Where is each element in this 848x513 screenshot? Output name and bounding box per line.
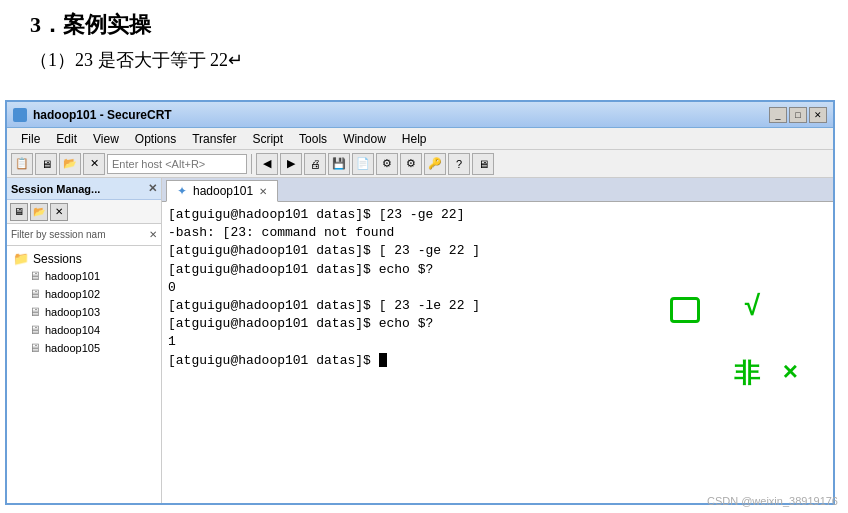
host-icon-3: 🖥 bbox=[29, 305, 41, 319]
tab-active-icon: ✦ bbox=[177, 184, 187, 198]
sidebar-btn-2[interactable]: 📂 bbox=[30, 203, 48, 221]
toolbar: 📋 🖥 📂 ✕ ◀ ▶ 🖨 💾 📄 ⚙ ⚙ 🔑 ? 🖥 bbox=[7, 150, 833, 178]
terminal-line-5: 0 bbox=[168, 279, 827, 297]
host-icon-5: 🖥 bbox=[29, 341, 41, 355]
sidebar-item-label-2: hadoop102 bbox=[45, 288, 100, 300]
session-tree: 📁 Sessions 🖥 hadoop101 🖥 hadoop102 🖥 had… bbox=[7, 246, 161, 503]
sidebar-toolbar: 🖥 📂 ✕ bbox=[7, 200, 161, 224]
toolbar-btn-11[interactable]: ⚙ bbox=[400, 153, 422, 175]
toolbar-btn-6[interactable]: ▶ bbox=[280, 153, 302, 175]
maximize-button[interactable]: □ bbox=[789, 107, 807, 123]
terminal-section: ✦ hadoop101 ✕ [atguigu@hadoop101 datas]$… bbox=[162, 178, 833, 503]
close-button[interactable]: ✕ bbox=[809, 107, 827, 123]
filter-label: Filter by session nam bbox=[11, 229, 105, 240]
tab-hadoop101[interactable]: ✦ hadoop101 ✕ bbox=[166, 180, 278, 202]
tab-label-1: hadoop101 bbox=[193, 184, 253, 198]
terminal-line-1: [atguigu@hadoop101 datas]$ [23 -ge 22] bbox=[168, 206, 827, 224]
terminal-output[interactable]: [atguigu@hadoop101 datas]$ [23 -ge 22] -… bbox=[162, 202, 833, 503]
menu-transfer[interactable]: Transfer bbox=[184, 130, 244, 148]
app-icon bbox=[13, 108, 27, 122]
sessions-label: Sessions bbox=[33, 252, 82, 266]
toolbar-btn-10[interactable]: ⚙ bbox=[376, 153, 398, 175]
terminal-line-7: [atguigu@hadoop101 datas]$ echo $? bbox=[168, 315, 827, 333]
sidebar-item-label-5: hadoop105 bbox=[45, 342, 100, 354]
toolbar-btn-8[interactable]: 💾 bbox=[328, 153, 350, 175]
toolbar-btn-3[interactable]: 📂 bbox=[59, 153, 81, 175]
sidebar-header: Session Manag... ✕ bbox=[7, 178, 161, 200]
host-icon-1: 🖥 bbox=[29, 269, 41, 283]
terminal-line-8: 1 bbox=[168, 333, 827, 351]
toolbar-btn-1[interactable]: 📋 bbox=[11, 153, 33, 175]
sidebar-item-label-4: hadoop104 bbox=[45, 324, 100, 336]
main-content: Session Manag... ✕ 🖥 📂 ✕ Filter by sessi… bbox=[7, 178, 833, 503]
host-input[interactable] bbox=[107, 154, 247, 174]
menu-edit[interactable]: Edit bbox=[48, 130, 85, 148]
toolbar-btn-2[interactable]: 🖥 bbox=[35, 153, 57, 175]
window-title: hadoop101 - SecureCRT bbox=[33, 108, 769, 122]
toolbar-btn-5[interactable]: ◀ bbox=[256, 153, 278, 175]
minimize-button[interactable]: _ bbox=[769, 107, 787, 123]
menu-bar: File Edit View Options Transfer Script T… bbox=[7, 128, 833, 150]
sidebar-item-hadoop102[interactable]: 🖥 hadoop102 bbox=[7, 285, 161, 303]
sidebar-item-hadoop104[interactable]: 🖥 hadoop104 bbox=[7, 321, 161, 339]
terminal-cursor bbox=[379, 353, 387, 367]
window-controls: _ □ ✕ bbox=[769, 107, 827, 123]
host-icon-4: 🖥 bbox=[29, 323, 41, 337]
toolbar-btn-12[interactable]: 🔑 bbox=[424, 153, 446, 175]
menu-file[interactable]: File bbox=[13, 130, 48, 148]
sidebar-title: Session Manag... bbox=[11, 183, 100, 195]
sessions-folder[interactable]: 📁 Sessions bbox=[7, 250, 161, 267]
sidebar-close-button[interactable]: ✕ bbox=[148, 182, 157, 195]
watermark: CSDN @weixin_38919176 bbox=[707, 495, 838, 507]
menu-tools[interactable]: Tools bbox=[291, 130, 335, 148]
menu-window[interactable]: Window bbox=[335, 130, 394, 148]
toolbar-btn-13[interactable]: ? bbox=[448, 153, 470, 175]
host-icon-2: 🖥 bbox=[29, 287, 41, 301]
session-manager-sidebar: Session Manag... ✕ 🖥 📂 ✕ Filter by sessi… bbox=[7, 178, 162, 503]
folder-icon: 📁 bbox=[13, 251, 29, 266]
menu-help[interactable]: Help bbox=[394, 130, 435, 148]
sidebar-item-hadoop103[interactable]: 🖥 hadoop103 bbox=[7, 303, 161, 321]
tab-bar: ✦ hadoop101 ✕ bbox=[162, 178, 833, 202]
terminal-line-4: [atguigu@hadoop101 datas]$ echo $? bbox=[168, 261, 827, 279]
terminal-line-9: [atguigu@hadoop101 datas]$ bbox=[168, 352, 827, 370]
sidebar-btn-3[interactable]: ✕ bbox=[50, 203, 68, 221]
top-area: 3．案例实操 （1）23 是否大于等于 22↵ bbox=[0, 0, 848, 80]
securecrt-window: hadoop101 - SecureCRT _ □ ✕ File Edit Vi… bbox=[5, 100, 835, 505]
terminal-line-3: [atguigu@hadoop101 datas]$ [ 23 -ge 22 ] bbox=[168, 242, 827, 260]
menu-view[interactable]: View bbox=[85, 130, 127, 148]
sidebar-item-hadoop105[interactable]: 🖥 hadoop105 bbox=[7, 339, 161, 357]
terminal-line-2: -bash: [23: command not found bbox=[168, 224, 827, 242]
toolbar-btn-7[interactable]: 🖨 bbox=[304, 153, 326, 175]
filter-bar: Filter by session nam ✕ bbox=[7, 224, 161, 246]
toolbar-separator bbox=[251, 154, 252, 174]
toolbar-btn-9[interactable]: 📄 bbox=[352, 153, 374, 175]
title-bar: hadoop101 - SecureCRT _ □ ✕ bbox=[7, 102, 833, 128]
subtitle: （1）23 是否大于等于 22↵ bbox=[30, 48, 818, 72]
filter-close-icon[interactable]: ✕ bbox=[149, 229, 157, 240]
sidebar-item-hadoop101[interactable]: 🖥 hadoop101 bbox=[7, 267, 161, 285]
menu-options[interactable]: Options bbox=[127, 130, 184, 148]
tab-close-button[interactable]: ✕ bbox=[259, 186, 267, 197]
main-title: 3．案例实操 bbox=[30, 10, 818, 40]
terminal-line-6: [atguigu@hadoop101 datas]$ [ 23 -le 22 ] bbox=[168, 297, 827, 315]
toolbar-btn-4[interactable]: ✕ bbox=[83, 153, 105, 175]
sidebar-item-label-1: hadoop101 bbox=[45, 270, 100, 282]
sidebar-btn-1[interactable]: 🖥 bbox=[10, 203, 28, 221]
menu-script[interactable]: Script bbox=[244, 130, 291, 148]
sidebar-item-label-3: hadoop103 bbox=[45, 306, 100, 318]
toolbar-btn-14[interactable]: 🖥 bbox=[472, 153, 494, 175]
